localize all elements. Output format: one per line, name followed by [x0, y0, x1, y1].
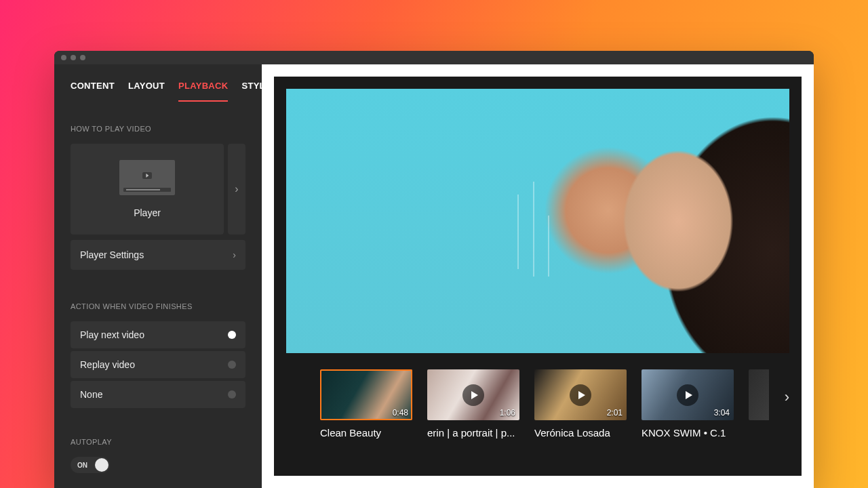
toggle-knob [95, 458, 108, 472]
playlist-next-button[interactable]: › [785, 388, 789, 406]
playlist-duration: 0:48 [393, 408, 408, 418]
finish-option-label: Replay video [80, 359, 135, 370]
window-max-dot[interactable] [80, 55, 85, 60]
chevron-right-icon: › [785, 388, 789, 405]
tab-layout[interactable]: LAYOUT [128, 81, 165, 102]
playlist-duration: 1:06 [500, 408, 515, 418]
main-video[interactable] [286, 89, 789, 353]
playlist-item[interactable]: 2:01 Verónica Losada [534, 369, 627, 439]
finish-option-none[interactable]: None [71, 381, 245, 408]
window-titlebar [54, 51, 814, 64]
settings-sidebar: CONTENT LAYOUT PLAYBACK STYLE HOW TO PLA… [54, 64, 262, 488]
radio-selected-icon [228, 331, 236, 339]
section-autoplay: AUTOPLAY [71, 438, 245, 446]
chevron-right-icon: › [235, 183, 238, 195]
playlist-thumb: 3:04 [642, 369, 734, 420]
tab-playback[interactable]: PLAYBACK [178, 81, 228, 102]
playlist-thumb: 2:01 [534, 369, 627, 420]
radio-unselected-icon [228, 390, 236, 399]
chevron-right-icon: › [233, 249, 236, 260]
app-window: CONTENT LAYOUT PLAYBACK STYLE HOW TO PLA… [54, 51, 814, 488]
playlist-item[interactable]: 0:48 Clean Beauty [320, 369, 412, 439]
player-mode-card[interactable]: Player [71, 144, 224, 235]
window-close-dot[interactable] [61, 55, 66, 60]
video-stage: 0:48 Clean Beauty 1:06 erin | a portrait… [274, 77, 802, 476]
playlist-title: erin | a portrait | p... [427, 427, 519, 439]
finish-option-replay[interactable]: Replay video [71, 351, 245, 378]
playlist-thumb [749, 369, 769, 420]
finish-option-label: Play next video [80, 329, 144, 340]
playlist-title: KNOX SWIM • C.1 [642, 427, 734, 439]
preview-pane: 0:48 Clean Beauty 1:06 erin | a portrait… [262, 64, 814, 488]
playlist-title: Clean Beauty [320, 427, 412, 439]
player-thumbnail-icon [119, 160, 175, 195]
player-mode-label: Player [134, 207, 161, 218]
play-icon [462, 384, 484, 406]
player-mode-next[interactable]: › [228, 144, 245, 235]
playlist-item[interactable]: 3:04 KNOX SWIM • C.1 [642, 369, 734, 439]
section-action-finish: ACTION WHEN VIDEO FINISHES [71, 302, 245, 310]
background: CONTENT LAYOUT PLAYBACK STYLE HOW TO PLA… [0, 0, 868, 488]
playlist-duration: 2:01 [607, 408, 623, 418]
playlist-row: 0:48 Clean Beauty 1:06 erin | a portrait… [286, 369, 789, 439]
window-min-dot[interactable] [71, 55, 76, 60]
player-settings-label: Player Settings [80, 249, 144, 260]
play-icon [677, 384, 698, 406]
section-how-to-play: HOW TO PLAY VIDEO [71, 125, 245, 133]
autoplay-toggle[interactable]: ON [71, 457, 110, 473]
playlist-item[interactable] [749, 369, 769, 420]
player-settings-row[interactable]: Player Settings › [71, 240, 245, 270]
playlist-title: Verónica Losada [534, 427, 627, 439]
autoplay-state-label: ON [77, 462, 87, 469]
playlist-thumb: 1:06 [427, 369, 519, 420]
finish-option-label: None [80, 389, 102, 400]
play-icon [570, 384, 591, 406]
radio-unselected-icon [228, 361, 236, 369]
playlist-item[interactable]: 1:06 erin | a portrait | p... [427, 369, 519, 439]
playlist-thumb: 0:48 [320, 369, 412, 420]
tab-bar: CONTENT LAYOUT PLAYBACK STYLE [71, 64, 245, 102]
tab-style[interactable]: STYLE [241, 81, 262, 102]
finish-option-play-next[interactable]: Play next video [71, 321, 245, 348]
tab-content[interactable]: CONTENT [71, 81, 115, 102]
playlist-duration: 3:04 [714, 408, 730, 418]
